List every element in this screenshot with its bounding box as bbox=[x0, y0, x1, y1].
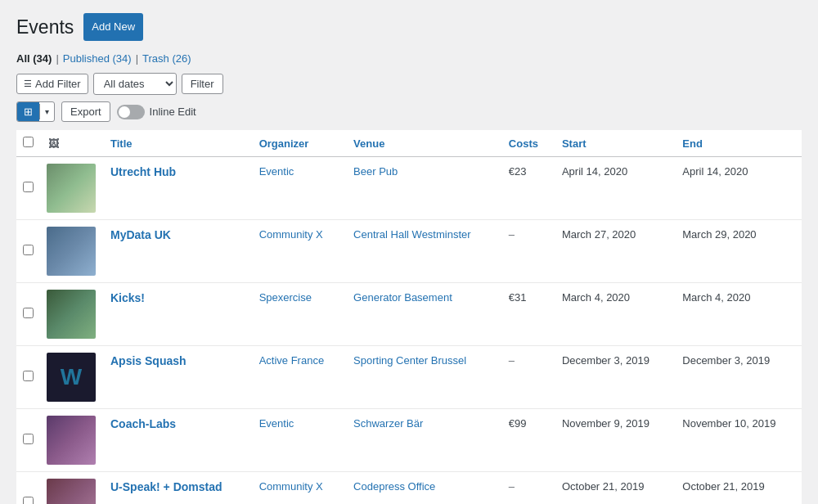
tablenav-bottom: ⊞ ▾ Export Inline Edit bbox=[16, 101, 802, 122]
row-cost-cell: €31 bbox=[501, 283, 554, 346]
row-end-cell: April 14, 2020 bbox=[674, 157, 802, 220]
table-row: WApsis SquashActive FranceSporting Cente… bbox=[16, 346, 802, 409]
filter-button[interactable]: Filter bbox=[182, 74, 223, 94]
inline-edit-toggle: Inline Edit bbox=[117, 105, 196, 119]
view-chevron[interactable]: ▾ bbox=[39, 104, 54, 119]
img-col-header: 🖼 bbox=[40, 130, 102, 157]
add-filter-button[interactable]: ☰ Add Filter bbox=[16, 74, 88, 94]
row-start-cell: November 9, 2019 bbox=[554, 409, 674, 472]
events-tbody: Utrecht HubEventicBeer Pub€23April 14, 2… bbox=[16, 157, 802, 505]
export-button[interactable]: Export bbox=[61, 101, 110, 122]
row-title-cell: Kicks! bbox=[102, 283, 251, 346]
organizer-link[interactable]: Eventic bbox=[259, 165, 294, 178]
select-all-checkbox[interactable] bbox=[23, 137, 34, 147]
title-col-header[interactable]: Title bbox=[102, 130, 251, 157]
filter-all-link[interactable]: All (34) bbox=[16, 52, 52, 65]
costs-col-header[interactable]: Costs bbox=[501, 130, 554, 157]
organizer-link[interactable]: Eventic bbox=[259, 417, 294, 430]
page-header: Events Add New bbox=[16, 13, 802, 41]
start-col-header[interactable]: Start bbox=[554, 130, 674, 157]
row-start-cell: April 14, 2020 bbox=[554, 157, 674, 220]
event-title-link[interactable]: Utrecht Hub bbox=[110, 165, 176, 178]
organizer-link[interactable]: Spexercise bbox=[259, 291, 312, 304]
venue-col-header[interactable]: Venue bbox=[345, 130, 501, 157]
image-header-icon: 🖼 bbox=[48, 137, 59, 150]
filter-icon: ☰ bbox=[24, 79, 32, 89]
row-checkbox-cell bbox=[16, 283, 40, 346]
filter-published: Published (34) bbox=[63, 52, 132, 65]
row-cost-cell: – bbox=[501, 346, 554, 409]
page-wrapper: Events Add New All (34) | Published (34)… bbox=[0, 0, 818, 504]
row-organizer-cell: Community X bbox=[251, 220, 345, 283]
row-organizer-cell: Community X bbox=[251, 472, 345, 505]
row-venue-cell: Schwarzer Bär bbox=[345, 409, 501, 472]
organizer-col-header[interactable]: Organizer bbox=[251, 130, 345, 157]
event-thumbnail bbox=[47, 416, 96, 465]
row-cost-cell: – bbox=[501, 472, 554, 505]
event-thumbnail: W bbox=[47, 353, 96, 402]
row-title-cell: Coach-Labs bbox=[102, 409, 251, 472]
row-checkbox[interactable] bbox=[23, 308, 34, 318]
filter-trash: Trash (26) bbox=[142, 52, 191, 65]
row-end-cell: November 10, 2019 bbox=[674, 409, 802, 472]
filter-all: All (34) bbox=[16, 52, 52, 65]
row-checkbox[interactable] bbox=[23, 245, 34, 255]
organizer-link[interactable]: Community X bbox=[259, 228, 323, 241]
row-checkbox[interactable] bbox=[23, 182, 34, 192]
row-checkbox-cell bbox=[16, 472, 40, 505]
venue-link[interactable]: Central Hall Westminster bbox=[353, 228, 471, 241]
event-title-link[interactable]: Coach-Labs bbox=[110, 417, 176, 430]
row-venue-cell: Sporting Center Brussel bbox=[345, 346, 501, 409]
date-filter-select[interactable]: All dates bbox=[93, 73, 177, 95]
row-image-cell bbox=[40, 220, 102, 283]
event-title-link[interactable]: Kicks! bbox=[110, 291, 145, 304]
table-row: U-Speak! + DomstadCommunity XCodepress O… bbox=[16, 472, 802, 505]
row-organizer-cell: Active France bbox=[251, 346, 345, 409]
event-thumbnail bbox=[47, 479, 96, 504]
row-image-cell bbox=[40, 409, 102, 472]
filter-published-link[interactable]: Published (34) bbox=[63, 52, 132, 65]
wp-logo-icon: W bbox=[61, 364, 82, 390]
row-organizer-cell: Eventic bbox=[251, 409, 345, 472]
venue-link[interactable]: Beer Pub bbox=[353, 165, 398, 178]
filter-trash-link[interactable]: Trash (26) bbox=[142, 52, 191, 65]
event-thumbnail bbox=[47, 227, 96, 276]
venue-link[interactable]: Generator Basement bbox=[353, 291, 452, 304]
table-header: 🖼 Title Organizer Venue Costs Start bbox=[16, 130, 802, 157]
end-col-header[interactable]: End bbox=[674, 130, 802, 157]
row-end-cell: October 21, 2019 bbox=[674, 472, 802, 505]
row-start-cell: March 27, 2020 bbox=[554, 220, 674, 283]
event-title-link[interactable]: U-Speak! + Domstad bbox=[110, 480, 222, 493]
row-organizer-cell: Eventic bbox=[251, 157, 345, 220]
venue-link[interactable]: Sporting Center Brussel bbox=[353, 354, 466, 367]
add-new-button[interactable]: Add New bbox=[83, 13, 143, 41]
table-row: Coach-LabsEventicSchwarzer Bär€99Novembe… bbox=[16, 409, 802, 472]
header-row: 🖼 Title Organizer Venue Costs Start bbox=[16, 130, 802, 157]
row-checkbox-cell bbox=[16, 346, 40, 409]
event-title-link[interactable]: Apsis Squash bbox=[110, 354, 187, 367]
row-image-cell bbox=[40, 472, 102, 505]
inline-edit-switch[interactable] bbox=[117, 105, 145, 119]
row-organizer-cell: Spexercise bbox=[251, 283, 345, 346]
venue-link[interactable]: Schwarzer Bär bbox=[353, 417, 423, 430]
row-venue-cell: Generator Basement bbox=[345, 283, 501, 346]
row-start-cell: October 21, 2019 bbox=[554, 472, 674, 505]
table-row: Utrecht HubEventicBeer Pub€23April 14, 2… bbox=[16, 157, 802, 220]
row-checkbox-cell bbox=[16, 157, 40, 220]
row-cost-cell: €23 bbox=[501, 157, 554, 220]
toggle-slider bbox=[117, 105, 145, 119]
organizer-link[interactable]: Community X bbox=[259, 480, 323, 493]
row-checkbox[interactable] bbox=[23, 434, 34, 444]
filter-nav: All (34) | Published (34) | Trash (26) bbox=[16, 52, 802, 65]
venue-link[interactable]: Codepress Office bbox=[353, 480, 435, 493]
event-title-link[interactable]: MyData UK bbox=[110, 228, 171, 241]
row-end-cell: March 29, 2020 bbox=[674, 220, 802, 283]
row-checkbox[interactable] bbox=[23, 497, 34, 504]
row-venue-cell: Codepress Office bbox=[345, 472, 501, 505]
row-image-cell: W bbox=[40, 346, 102, 409]
table-row: Kicks!SpexerciseGenerator Basement€31Mar… bbox=[16, 283, 802, 346]
page-title: Events bbox=[16, 16, 74, 38]
grid-view-button[interactable]: ⊞ bbox=[17, 102, 39, 121]
organizer-link[interactable]: Active France bbox=[259, 354, 324, 367]
row-checkbox[interactable] bbox=[23, 371, 34, 381]
